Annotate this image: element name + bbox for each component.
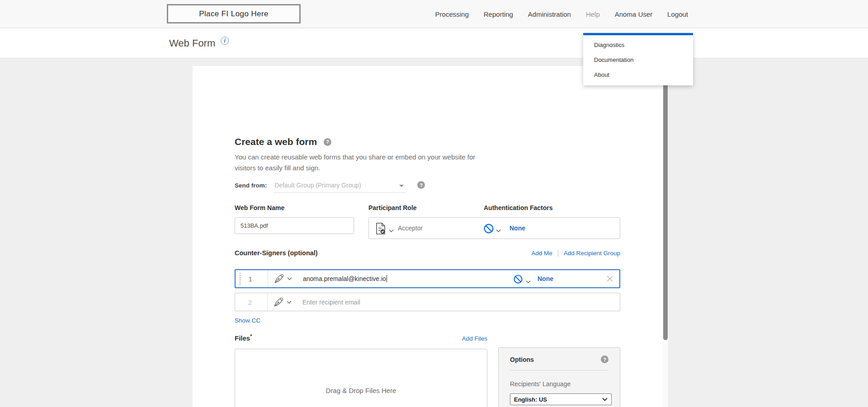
participant-role-label: Participant Role (368, 204, 417, 211)
add-me-link[interactable]: Add Me (531, 250, 552, 257)
row-index: 1 (245, 275, 256, 283)
web-form-name-label: Web Form Name (235, 204, 284, 211)
recipients-language-select[interactable]: English: US (510, 393, 612, 405)
authentication-factors-label: Authentication Factors (484, 204, 552, 211)
recipients-language-value: English: US (514, 396, 547, 403)
add-recipient-group-link[interactable]: Add Recipient Group (564, 250, 620, 257)
row-divider (268, 270, 268, 287)
help-icon[interactable]: ? (601, 356, 609, 363)
counter-signers-label: Counter-Signers (optional) (235, 249, 318, 257)
counter-signers-header: Counter-Signers (optional) Add Me Add Re… (235, 249, 620, 257)
dropzone-text: Drag & Drop Files Here (235, 387, 487, 394)
fi-logo-placeholder: Place FI Logo Here (167, 4, 301, 23)
document-role-icon[interactable] (375, 222, 387, 237)
chevron-down-icon[interactable] (389, 226, 394, 234)
close-icon[interactable] (606, 275, 613, 284)
fi-logo-text: Place FI Logo Here (199, 9, 269, 19)
no-authentication-icon[interactable] (513, 274, 523, 286)
nav-item-processing[interactable]: Processing (435, 10, 469, 18)
send-from-select[interactable]: Default Group (Primary Group) (274, 181, 406, 193)
create-web-form-panel: Create a web form ? You can create reusa… (193, 66, 662, 407)
menu-item-diagnostics[interactable]: Diagnostics (583, 37, 693, 52)
help-dropdown-menu: Diagnostics Documentation About (583, 33, 693, 85)
row-authentication-link[interactable]: None (538, 275, 553, 282)
recipients-language-label: Recipients' Language (510, 380, 609, 388)
page-title-text: Web Form (169, 37, 215, 49)
files-header: Files* Add Files (235, 333, 487, 342)
send-from-row: Send from: Default Group (Primary Group)… (235, 181, 425, 193)
scrollbar-thumb[interactable] (663, 74, 668, 340)
chevron-down-icon[interactable] (496, 226, 501, 234)
recipient-email-placeholder[interactable]: Enter recipient email (302, 299, 360, 306)
menu-item-documentation[interactable]: Documentation (583, 52, 693, 67)
counter-signer-row-2: 2 Enter recipient email (235, 293, 620, 311)
authentication-value-link[interactable]: None (509, 225, 525, 232)
files-label-text: Files (235, 334, 250, 342)
chevron-down-icon (287, 300, 292, 304)
participant-role-value: Acceptor (398, 225, 423, 232)
pen-icon (274, 273, 284, 284)
section-heading-text: Create a web form (235, 136, 317, 147)
chevron-down-icon[interactable] (526, 277, 531, 285)
row-index: 2 (244, 298, 256, 306)
info-icon[interactable]: i (221, 37, 229, 45)
section-description: You can create reusable web forms that y… (235, 152, 481, 173)
web-form-name-input[interactable] (235, 217, 354, 234)
chevron-down-icon (287, 277, 292, 281)
required-asterisk: * (250, 333, 252, 339)
options-panel: Options ? Recipients' Language English: … (498, 347, 620, 407)
link-divider (558, 249, 558, 257)
chevron-down-icon (399, 185, 404, 187)
top-bar: Place FI Logo Here Processing Reporting … (0, 0, 868, 28)
text-cursor (387, 275, 387, 282)
recipient-email-input[interactable]: anoma.premalal@kinective.io (303, 275, 387, 282)
recipient-email-text: anoma.premalal@kinective.io (303, 275, 386, 282)
nav-item-administration[interactable]: Administration (528, 10, 571, 18)
participant-role-box: Acceptor None (368, 217, 620, 239)
row-divider (267, 293, 268, 311)
nav-item-help[interactable]: Help (586, 10, 600, 18)
show-cc-link[interactable]: Show CC (235, 317, 260, 324)
top-nav: Processing Reporting Administration Help… (435, 0, 688, 28)
pen-icon (273, 297, 284, 308)
signer-type-dropdown[interactable] (274, 273, 292, 284)
nav-item-logout[interactable]: Logout (667, 10, 688, 18)
counter-signer-row-1: 1 anoma.premalal@kinective.io None (235, 269, 620, 288)
help-icon[interactable]: ? (417, 181, 425, 189)
section-heading: Create a web form ? (235, 136, 331, 147)
nav-item-reporting[interactable]: Reporting (484, 10, 513, 18)
send-from-value: Default Group (Primary Group) (274, 182, 361, 189)
options-title: Options (510, 356, 534, 363)
help-icon[interactable]: ? (324, 138, 331, 146)
page-title: Web Form i (169, 28, 229, 58)
files-label: Files* (235, 333, 252, 342)
options-divider (510, 370, 609, 370)
no-authentication-icon[interactable] (483, 223, 494, 236)
add-files-link[interactable]: Add Files (462, 335, 487, 342)
drag-handle-icon[interactable] (240, 273, 241, 285)
counter-signers-links: Add Me Add Recipient Group (531, 249, 620, 257)
nav-item-user[interactable]: Anoma User (615, 10, 652, 18)
file-dropzone[interactable]: Drag & Drop Files Here (235, 349, 487, 407)
chevron-down-icon (602, 398, 608, 401)
signer-type-dropdown[interactable] (273, 297, 292, 308)
send-from-label: Send from: (235, 181, 267, 189)
page-header: Web Form i (0, 28, 868, 58)
menu-item-about[interactable]: About (583, 67, 693, 82)
